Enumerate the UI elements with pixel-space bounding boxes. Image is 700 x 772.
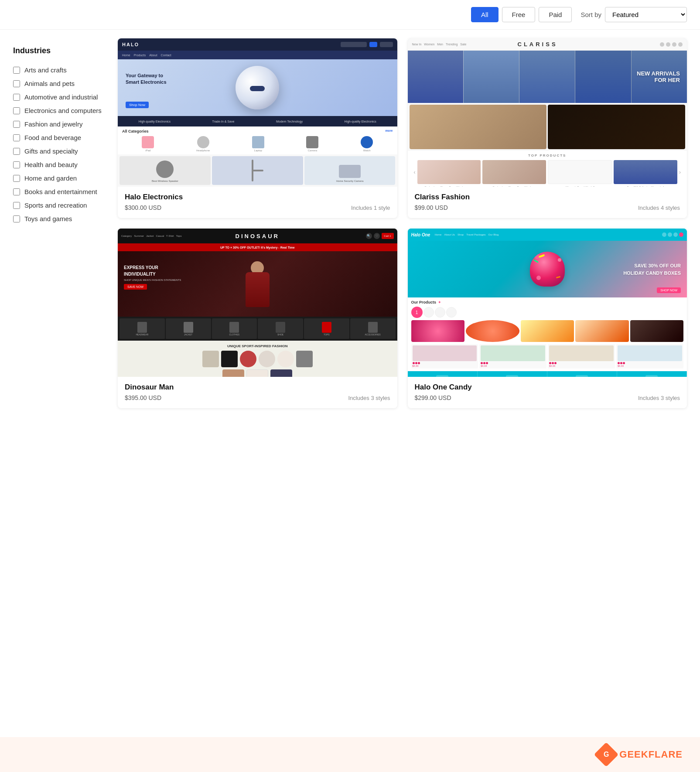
- sort-label: Sort by: [580, 11, 601, 18]
- filter-bar: All Free Paid Sort by Featured Newest Pr…: [0, 0, 700, 30]
- sidebar-item-label-health: Health and beauty: [24, 161, 78, 168]
- page-footer: G GEEKFLARE: [0, 737, 700, 772]
- sidebar-title: Industries: [13, 46, 105, 55]
- sidebar-checkbox-home[interactable]: [13, 175, 20, 182]
- halo-logo: HALO: [122, 42, 139, 47]
- sidebar-checkbox-books[interactable]: [13, 188, 20, 195]
- sidebar-item-arts[interactable]: Arts and crafts: [13, 63, 105, 77]
- sidebar-checkbox-electronics[interactable]: [13, 107, 20, 114]
- product-price-clariss: $99.00 USD: [415, 204, 448, 211]
- products-grid: HALO Home Products: [118, 38, 687, 408]
- sidebar-item-label-toys: Toys and games: [24, 215, 72, 222]
- product-name-candy: Halo One Candy: [415, 383, 680, 392]
- sidebar-checkbox-toys[interactable]: [13, 215, 20, 222]
- sidebar-item-label-arts: Arts and crafts: [24, 66, 67, 74]
- product-card-clariss[interactable]: New InWomenMenTrendingSale CLARISS: [408, 38, 687, 218]
- sidebar-item-gifts[interactable]: Gifts and specialty: [13, 144, 105, 158]
- product-meta-candy: $299.00 USD Includes 3 styles: [415, 394, 680, 401]
- sidebar-item-fashion[interactable]: Fashion and jewelry: [13, 117, 105, 131]
- sort-select[interactable]: Featured Newest Price: Low to High Price…: [605, 7, 687, 22]
- sidebar-item-animals[interactable]: Animals and pets: [13, 77, 105, 90]
- product-styles-candy: Includes 3 styles: [638, 395, 680, 401]
- product-thumbnail-halo: HALO Home Products: [118, 38, 397, 187]
- product-price-dinosaur: $395.00 USD: [125, 394, 161, 401]
- sidebar-item-label-home: Home and garden: [24, 174, 77, 182]
- product-styles-dinosaur: Includes 3 styles: [348, 395, 390, 401]
- sidebar-item-books[interactable]: Books and entertainment: [13, 185, 105, 198]
- sidebar-checkbox-health[interactable]: [13, 161, 20, 168]
- sidebar-item-label-animals: Animals and pets: [24, 80, 75, 87]
- filter-free-button[interactable]: Free: [502, 7, 536, 22]
- product-meta-dinosaur: $395.00 USD Includes 3 styles: [125, 394, 390, 401]
- sidebar-item-health[interactable]: Health and beauty: [13, 158, 105, 171]
- product-meta-clariss: $99.00 USD Includes 4 styles: [415, 204, 680, 211]
- sidebar-item-label-food: Food and beverage: [24, 134, 81, 141]
- main-layout: Industries Arts and crafts Animals and p…: [0, 30, 700, 426]
- sidebar-checkbox-sports[interactable]: [13, 202, 20, 209]
- sidebar-item-label-electronics: Electronics and computers: [24, 107, 102, 114]
- product-name-clariss: Clariss Fashion: [415, 193, 680, 202]
- product-name-dinosaur: Dinosaur Man: [125, 383, 390, 392]
- sidebar-checkbox-gifts[interactable]: [13, 148, 20, 155]
- filter-paid-button[interactable]: Paid: [539, 7, 572, 22]
- product-meta-halo: $300.00 USD Includes 1 style: [125, 204, 390, 211]
- product-thumbnail-clariss: New InWomenMenTrendingSale CLARISS: [408, 38, 687, 187]
- product-card-candy[interactable]: Halo One HomeAbout UsShopTravel Packages…: [408, 229, 687, 408]
- sidebar-item-label-books: Books and entertainment: [24, 188, 97, 195]
- product-info-halo: Halo Electronics $300.00 USD Includes 1 …: [118, 187, 397, 218]
- product-styles-halo: Includes 1 style: [351, 205, 390, 211]
- product-price-halo: $300.00 USD: [125, 204, 161, 211]
- product-card-dinosaur[interactable]: CategorySummerJacketCasualT-ShirtTops DI…: [118, 229, 397, 408]
- sidebar-checkbox-fashion[interactable]: [13, 121, 20, 128]
- product-styles-clariss: Includes 4 styles: [638, 205, 680, 211]
- sidebar-item-sports[interactable]: Sports and recreation: [13, 198, 105, 212]
- sidebar-checkbox-arts[interactable]: [13, 67, 20, 74]
- sidebar-item-label-automotive: Automotive and industrial: [24, 93, 98, 101]
- sidebar-item-home[interactable]: Home and garden: [13, 171, 105, 185]
- geekflare-logo: G GEEKFLARE: [598, 746, 683, 763]
- product-thumbnail-candy: Halo One HomeAbout UsShopTravel Packages…: [408, 229, 687, 377]
- filter-all-button[interactable]: All: [471, 7, 499, 22]
- sidebar-item-electronics[interactable]: Electronics and computers: [13, 104, 105, 117]
- geekflare-brand-text: GEEKFLARE: [619, 749, 683, 760]
- product-name-halo: Halo Electronics: [125, 193, 390, 202]
- product-price-candy: $299.00 USD: [415, 394, 451, 401]
- sidebar-checkbox-animals[interactable]: [13, 80, 20, 87]
- sidebar-item-automotive[interactable]: Automotive and industrial: [13, 90, 105, 104]
- sidebar-checkbox-automotive[interactable]: [13, 94, 20, 101]
- product-info-clariss: Clariss Fashion $99.00 USD Includes 4 st…: [408, 187, 687, 218]
- product-card-halo[interactable]: HALO Home Products: [118, 38, 397, 218]
- sidebar-item-food[interactable]: Food and beverage: [13, 131, 105, 144]
- sidebar-item-label-fashion: Fashion and jewelry: [24, 120, 82, 128]
- sidebar: Industries Arts and crafts Animals and p…: [0, 38, 113, 408]
- page-wrapper: All Free Paid Sort by Featured Newest Pr…: [0, 0, 700, 772]
- product-thumbnail-dinosaur: CategorySummerJacketCasualT-ShirtTops DI…: [118, 229, 397, 377]
- sidebar-item-label-gifts: Gifts and specialty: [24, 147, 78, 155]
- sidebar-item-label-sports: Sports and recreation: [24, 202, 87, 209]
- products-area: HALO Home Products: [113, 38, 700, 408]
- product-info-candy: Halo One Candy $299.00 USD Includes 3 st…: [408, 377, 687, 408]
- sidebar-item-toys[interactable]: Toys and games: [13, 212, 105, 225]
- sidebar-checkbox-food[interactable]: [13, 134, 20, 141]
- product-info-dinosaur: Dinosaur Man $395.00 USD Includes 3 styl…: [118, 377, 397, 408]
